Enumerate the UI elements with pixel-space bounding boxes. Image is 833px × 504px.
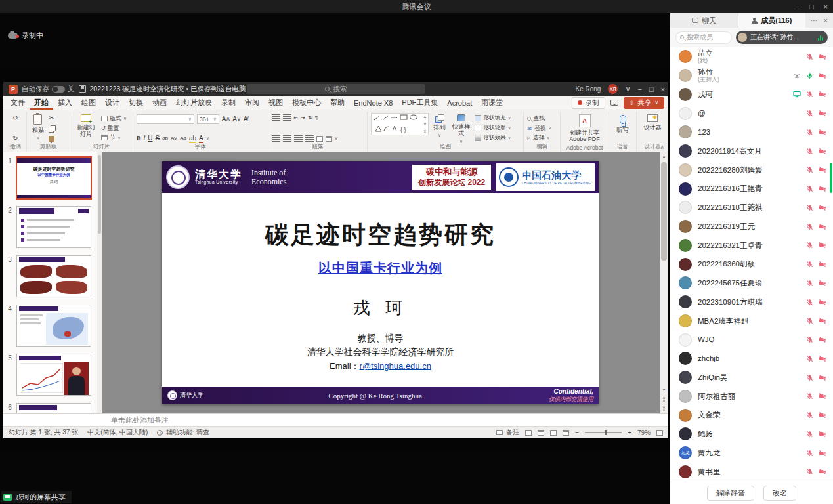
maximize-icon[interactable]: □ bbox=[809, 3, 814, 10]
mic-off-icon[interactable] bbox=[806, 374, 813, 381]
increase-font-icon[interactable]: A˄ bbox=[222, 116, 230, 123]
ribbon-options-icon[interactable]: ∨ bbox=[625, 85, 630, 93]
shape-fill-button[interactable]: 形状填充∨ bbox=[475, 114, 511, 122]
camera-off-icon[interactable] bbox=[819, 468, 826, 475]
camera-off-icon[interactable] bbox=[819, 355, 826, 362]
camera-off-icon[interactable] bbox=[819, 148, 826, 155]
member-row[interactable]: WJQ bbox=[670, 330, 833, 349]
email-link[interactable]: r@tsinghua.edu.cn bbox=[360, 361, 431, 371]
mic-off-icon[interactable] bbox=[806, 468, 813, 475]
camera-off-icon[interactable] bbox=[819, 317, 826, 324]
thumbnail-scrollbar[interactable] bbox=[97, 152, 102, 413]
clear-format-icon[interactable]: A̸ bbox=[244, 116, 248, 123]
member-row[interactable]: 孙竹(主持人) bbox=[670, 66, 833, 85]
bold-button[interactable]: B bbox=[137, 135, 141, 142]
toggle-off-icon[interactable] bbox=[52, 86, 65, 93]
font-color-icon[interactable]: A bbox=[199, 135, 203, 142]
ribbon-tab-视图[interactable]: 视图 bbox=[264, 96, 288, 110]
mic-off-icon[interactable] bbox=[806, 280, 813, 287]
ribbon-tab-幻灯片放映[interactable]: 幻灯片放映 bbox=[171, 96, 217, 110]
previous-slide-button[interactable]: ∧∧ bbox=[660, 394, 668, 404]
copy-icon[interactable] bbox=[49, 125, 54, 132]
zoom-slider[interactable] bbox=[585, 432, 622, 433]
layout-button[interactable]: 版式∨ bbox=[101, 114, 127, 123]
ribbon-tab-设计[interactable]: 设计 bbox=[100, 96, 124, 110]
close-icon[interactable]: × bbox=[824, 3, 828, 10]
gallery-more-icon[interactable]: ≡ bbox=[424, 129, 427, 133]
ribbon-tab-模板中心[interactable]: 模板中心 bbox=[288, 96, 326, 110]
zoom-level[interactable]: 79% bbox=[637, 429, 651, 436]
mic-off-icon[interactable] bbox=[806, 336, 813, 343]
format-painter-icon[interactable] bbox=[49, 136, 54, 142]
arrange-button[interactable]: 排列 ∨ bbox=[431, 113, 447, 139]
panel-close-icon[interactable]: × bbox=[824, 16, 828, 24]
mic-off-icon[interactable] bbox=[806, 261, 813, 268]
paste-button[interactable]: 粘贴 ∨ bbox=[30, 113, 46, 142]
ppt-search-box[interactable]: 搜索 bbox=[247, 84, 425, 94]
ppt-restore-icon[interactable]: □ bbox=[649, 85, 654, 93]
select-button[interactable]: ▷选择∨ bbox=[527, 133, 551, 142]
member-row[interactable]: 2022245675任夏瑜 bbox=[670, 274, 833, 293]
columns-icon[interactable] bbox=[316, 136, 323, 142]
camera-off-icon[interactable] bbox=[819, 204, 826, 211]
member-row[interactable]: 2022216316王艳青 bbox=[670, 179, 833, 198]
camera-off-icon[interactable] bbox=[819, 185, 826, 192]
mic-off-icon[interactable] bbox=[806, 204, 813, 211]
unmute-button[interactable]: 解除静音 bbox=[707, 486, 754, 501]
gallery-down-icon[interactable]: ▼ bbox=[423, 122, 427, 126]
italic-button[interactable]: I bbox=[143, 135, 145, 142]
slide[interactable]: 清华大学 Tsinghua University Institute of Ec… bbox=[162, 161, 599, 404]
cut-icon[interactable]: ✂ bbox=[49, 114, 54, 121]
mic-off-icon[interactable] bbox=[806, 430, 813, 438]
ribbon-tab-EndNote X8[interactable]: EndNote X8 bbox=[349, 96, 397, 110]
zoom-in-icon[interactable]: + bbox=[628, 429, 631, 436]
camera-off-icon[interactable] bbox=[819, 129, 826, 136]
camera-off-icon[interactable] bbox=[819, 53, 826, 60]
slide-thumbnail-4[interactable] bbox=[16, 304, 91, 346]
mic-off-icon[interactable] bbox=[806, 392, 813, 400]
mic-off-icon[interactable] bbox=[806, 185, 813, 192]
mic-off-icon[interactable] bbox=[806, 91, 813, 98]
normal-view-icon[interactable] bbox=[525, 430, 532, 436]
slideshow-icon[interactable] bbox=[563, 430, 569, 436]
dictate-button[interactable]: 听写 bbox=[612, 113, 633, 135]
ribbon-tab-插入[interactable]: 插入 bbox=[53, 96, 77, 110]
accessibility-status[interactable]: 辅助功能: 调查 bbox=[166, 428, 209, 437]
reading-view-icon[interactable] bbox=[550, 430, 557, 436]
find-button[interactable]: 查找 bbox=[527, 114, 551, 123]
decrease-indent-icon[interactable]: ⇤ bbox=[294, 115, 299, 121]
camera-off-icon[interactable] bbox=[819, 242, 826, 249]
text-direction-icon[interactable]: ¶ bbox=[315, 115, 318, 121]
member-row[interactable]: 九龙黄九龙 bbox=[670, 444, 833, 463]
minimize-icon[interactable]: − bbox=[795, 3, 799, 10]
align-center-icon[interactable] bbox=[283, 135, 291, 142]
mic-off-icon[interactable] bbox=[806, 242, 813, 249]
member-row[interactable]: 苗立(我) bbox=[670, 47, 833, 66]
mic-off-icon[interactable] bbox=[806, 166, 813, 173]
camera-off-icon[interactable] bbox=[819, 336, 826, 343]
more-options-icon[interactable]: ⋯ bbox=[811, 16, 818, 25]
quick-styles-button[interactable]: 快速样式 ∨ bbox=[450, 113, 472, 146]
mic-off-icon[interactable] bbox=[806, 299, 813, 306]
font-name-select[interactable]: ∨ bbox=[137, 114, 194, 124]
slide-thumbnail-3[interactable] bbox=[16, 255, 91, 297]
scrollbar-thumb[interactable] bbox=[661, 162, 667, 261]
decrease-font-icon[interactable]: A˅ bbox=[232, 116, 241, 123]
member-row[interactable]: 2022216321王卓青 bbox=[670, 236, 833, 255]
member-row[interactable]: 2022310901方琪瑞 bbox=[670, 293, 833, 312]
fit-to-window-icon[interactable] bbox=[656, 430, 663, 436]
member-row[interactable]: 2022216319王元 bbox=[670, 217, 833, 236]
highlight-color-icon[interactable]: ab bbox=[189, 135, 196, 142]
camera-off-icon[interactable] bbox=[819, 374, 826, 381]
camera-off-icon[interactable] bbox=[819, 110, 826, 117]
justify-icon[interactable] bbox=[305, 135, 314, 142]
ppt-minimize-icon[interactable]: − bbox=[637, 85, 641, 93]
canvas-scrollbar[interactable]: ▲ ▼ ∧∧ ∨∨ bbox=[660, 152, 668, 413]
scroll-down-icon[interactable]: ▼ bbox=[662, 385, 666, 394]
ribbon-tab-动画[interactable]: 动画 bbox=[148, 96, 171, 110]
shape-effects-button[interactable]: 形状效果∨ bbox=[475, 134, 511, 142]
slide-sorter-icon[interactable] bbox=[538, 430, 544, 436]
replace-button[interactable]: ab替换∨ bbox=[527, 124, 551, 133]
text-shadow-icon[interactable]: ab bbox=[162, 135, 168, 141]
shapes-gallery[interactable]: { } ▲ ▼ ≡ bbox=[371, 113, 429, 135]
